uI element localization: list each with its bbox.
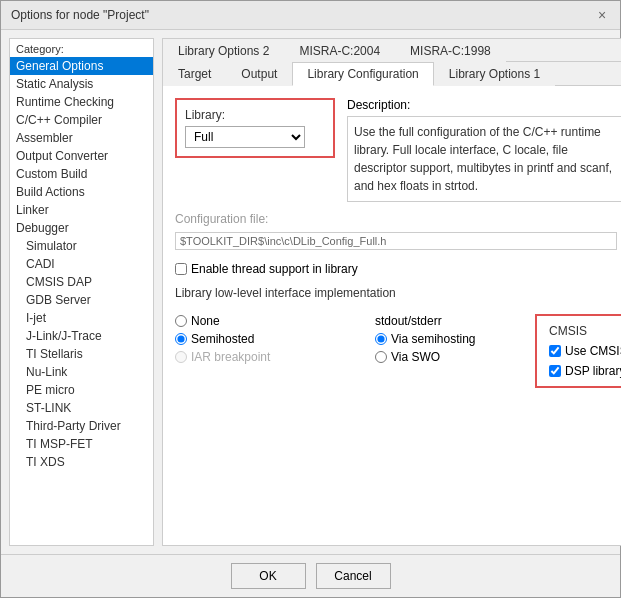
content-inner: Library: Full Normal None Description: U… [163,86,621,545]
stdio-col: stdout/stderr Via semihosting Via SWO [375,314,535,364]
sidebar-item-runtime-checking[interactable]: Runtime Checking [10,93,153,111]
none-radio[interactable] [175,315,187,327]
low-level-bottom: None Semihosted IAR breakpoint [175,314,621,388]
none-radio-row: None [175,314,375,328]
dialog: Options for node "Project" × Category: G… [0,0,621,598]
dsp-library-checkbox[interactable] [549,365,561,377]
sidebar-item-cpp-compiler[interactable]: C/C++ Compiler [10,111,153,129]
tab-target[interactable]: Target [163,62,226,86]
semihosted-label: Semihosted [191,332,254,346]
lower-section: Library low-level interface implementati… [175,286,621,533]
stdio-label-row: stdout/stderr [375,314,535,328]
description-header: Description: [347,98,621,112]
sidebar-item-static-analysis[interactable]: Static Analysis [10,75,153,93]
config-file-label: Configuration file: [175,212,621,226]
sidebar-item-build-actions[interactable]: Build Actions [10,183,153,201]
via-semihosting-row: Via semihosting [375,332,535,346]
via-semihosting-radio[interactable] [375,333,387,345]
sidebar-item-debugger[interactable]: Debugger [10,219,153,237]
tabs-row-2: TargetOutputLibrary ConfigurationLibrary… [163,62,621,86]
tab-output[interactable]: Output [226,62,292,86]
interface-wrapper: None Semihosted IAR breakpoint [175,314,535,364]
sidebar-item-general-options[interactable]: General Options [10,57,153,75]
tab-misra-c-2004[interactable]: MISRA-C:2004 [284,39,395,62]
dialog-title: Options for node "Project" [11,8,149,22]
title-bar: Options for node "Project" × [1,1,620,30]
tabs-row-1: Library Options 2MISRA-C:2004MISRA-C:199… [163,39,621,62]
iar-breakpoint-radio[interactable] [175,351,187,363]
library-select-row: Full Normal None [185,126,325,148]
library-label: Library: [185,108,325,122]
sidebar-item-cmsis-dap[interactable]: CMSIS DAP [10,273,153,291]
top-section: Library: Full Normal None Description: U… [175,98,621,202]
interface-col: None Semihosted IAR breakpoint [175,314,375,364]
close-button[interactable]: × [594,7,610,23]
sidebar-item-assembler[interactable]: Assembler [10,129,153,147]
cmsis-box: CMSIS Use CMSIS DSP library [535,314,621,388]
dsp-library-label: DSP library [565,364,621,378]
cmsis-title: CMSIS [549,324,621,338]
dsp-library-row: DSP library [549,364,621,378]
sidebar-item-gdb-server[interactable]: GDB Server [10,291,153,309]
tab-library-configuration[interactable]: Library Configuration [292,62,433,86]
config-file-row: ... [175,230,621,252]
sidebar: Category: General OptionsStatic Analysis… [9,38,154,546]
use-cmsis-label: Use CMSIS [565,344,621,358]
description-section: Description: Use the full configuration … [347,98,621,202]
sidebar-item-simulator[interactable]: Simulator [10,237,153,255]
sidebar-item-ti-msp-fet[interactable]: TI MSP-FET [10,435,153,453]
thread-support-label: Enable thread support in library [191,262,358,276]
via-swo-row: Via SWO [375,350,535,364]
tab-library-options-1[interactable]: Library Options 1 [434,62,555,86]
low-level-label: Library low-level interface implementati… [175,286,621,300]
none-label: None [191,314,220,328]
config-file-input[interactable] [175,232,617,250]
thread-support-checkbox[interactable] [175,263,187,275]
use-cmsis-checkbox[interactable] [549,345,561,357]
semihosted-radio-row: Semihosted [175,332,375,346]
sidebar-item-cadi[interactable]: CADI [10,255,153,273]
via-semihosting-label: Via semihosting [391,332,476,346]
description-text: Use the full configuration of the C/C++ … [347,116,621,202]
category-label: Category: [10,39,153,57]
sidebar-item-st-link[interactable]: ST-LINK [10,399,153,417]
sidebar-item-pe-micro[interactable]: PE micro [10,381,153,399]
library-section: Library: Full Normal None [175,98,335,158]
semihosted-radio[interactable] [175,333,187,345]
bottom-bar: OK Cancel [1,554,620,597]
via-swo-label: Via SWO [391,350,440,364]
sidebar-item-jlink[interactable]: J-Link/J-Trace [10,327,153,345]
thread-support-row: Enable thread support in library [175,262,621,276]
iar-label: IAR breakpoint [191,350,270,364]
library-select[interactable]: Full Normal None [185,126,305,148]
sidebar-item-output-converter[interactable]: Output Converter [10,147,153,165]
sidebar-item-linker[interactable]: Linker [10,201,153,219]
via-swo-radio[interactable] [375,351,387,363]
tab-library-options-2[interactable]: Library Options 2 [163,39,284,62]
cancel-button[interactable]: Cancel [316,563,391,589]
use-cmsis-row: Use CMSIS [549,344,621,358]
config-file-section: Configuration file: ... [175,212,621,252]
tab-misra-c-1998[interactable]: MISRA-C:1998 [395,39,506,62]
ok-button[interactable]: OK [231,563,306,589]
sidebar-item-ti-stellaris[interactable]: TI Stellaris [10,345,153,363]
sidebar-item-nu-link[interactable]: Nu-Link [10,363,153,381]
stdout-stderr-label: stdout/stderr [375,314,442,328]
sidebar-item-custom-build[interactable]: Custom Build [10,165,153,183]
sidebar-item-ti-xds[interactable]: TI XDS [10,453,153,471]
sidebar-item-third-party[interactable]: Third-Party Driver [10,417,153,435]
sidebar-item-ijet[interactable]: I-jet [10,309,153,327]
content-area: Library Options 2MISRA-C:2004MISRA-C:199… [162,38,621,546]
iar-radio-row: IAR breakpoint [175,350,375,364]
dialog-body: Category: General OptionsStatic Analysis… [1,30,620,554]
